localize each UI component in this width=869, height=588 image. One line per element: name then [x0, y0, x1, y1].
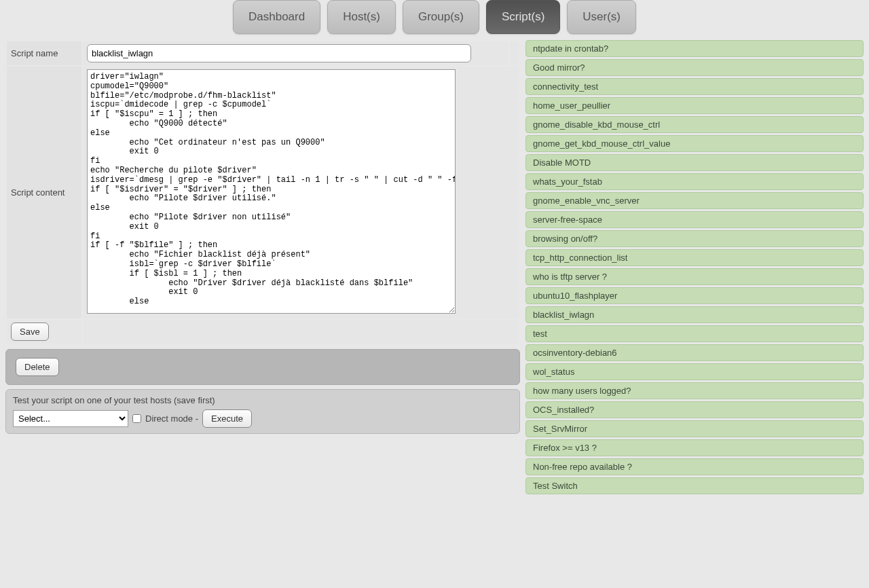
script-list-item[interactable]: gnome_enable_vnc_server [525, 192, 864, 209]
tab-groups[interactable]: Group(s) [403, 0, 479, 34]
test-panel: Test your script on one of your test hos… [5, 389, 520, 434]
script-list-item[interactable]: ocsinventory-debian6 [525, 344, 864, 361]
script-list-item[interactable]: test [525, 325, 864, 342]
script-list-item[interactable]: Good mirror? [525, 59, 864, 76]
direct-mode-label: Direct mode - [145, 414, 198, 424]
script-form: Script name Script content Save [5, 40, 520, 345]
script-list-item[interactable]: home_user_peullier [525, 97, 864, 114]
script-list-item[interactable]: Firefox >= v13 ? [525, 439, 864, 456]
script-list-item[interactable]: who is tftp server ? [525, 268, 864, 285]
script-list-item[interactable]: Set_SrvMirror [525, 420, 864, 437]
script-list-item[interactable]: gnome_get_kbd_mouse_ctrl_value [525, 135, 864, 152]
script-name-input[interactable] [87, 44, 471, 62]
script-list: ntpdate in crontab? Good mirror? connect… [525, 40, 864, 494]
script-list-item[interactable]: browsing on/off? [525, 230, 864, 247]
script-list-item[interactable]: Test Switch [525, 477, 864, 494]
tab-users[interactable]: User(s) [567, 0, 636, 34]
script-list-item[interactable]: server-free-space [525, 211, 864, 228]
script-list-item[interactable]: Disable MOTD [525, 154, 864, 171]
script-content-textarea[interactable] [87, 69, 456, 314]
script-list-item[interactable]: ntpdate in crontab? [525, 40, 864, 57]
script-name-label: Script name [7, 41, 81, 65]
script-list-item[interactable]: blacklist_iwlagn [525, 306, 864, 323]
test-host-select[interactable]: Select... [13, 410, 128, 427]
script-list-item[interactable]: ubuntu10_flashplayer [525, 287, 864, 304]
script-list-item[interactable]: how many users logged? [525, 382, 864, 399]
script-list-item[interactable]: gnome_disable_kbd_mouse_ctrl [525, 116, 864, 133]
script-list-item[interactable]: OCS_installed? [525, 401, 864, 418]
direct-mode-checkbox[interactable] [132, 414, 141, 423]
tab-scripts[interactable]: Script(s) [486, 0, 560, 34]
save-button[interactable]: Save [11, 323, 49, 341]
tab-dashboard[interactable]: Dashboard [233, 0, 320, 34]
script-list-item[interactable]: connectivity_test [525, 78, 864, 95]
script-list-item[interactable]: whats_your_fstab [525, 173, 864, 190]
test-panel-title: Test your script on one of your test hos… [13, 395, 513, 405]
execute-button[interactable]: Execute [202, 409, 252, 428]
script-content-label: Script content [7, 67, 81, 318]
script-list-item[interactable]: Non-free repo available ? [525, 458, 864, 475]
nav-tabs: Dashboard Host(s) Group(s) Script(s) Use… [0, 0, 869, 35]
tab-hosts[interactable]: Host(s) [327, 0, 396, 34]
script-list-item[interactable]: tcp_http_connection_list [525, 249, 864, 266]
script-list-item[interactable]: wol_status [525, 363, 864, 380]
delete-panel: Delete [5, 349, 520, 385]
delete-button[interactable]: Delete [16, 358, 59, 376]
